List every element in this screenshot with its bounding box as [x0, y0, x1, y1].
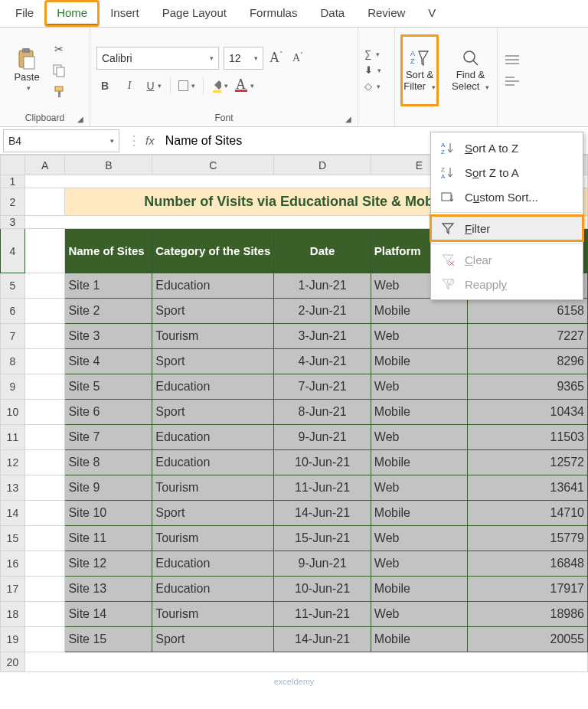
cell-category[interactable]: Tourism: [152, 602, 274, 627]
cell-site[interactable]: Site 7: [65, 425, 152, 450]
cell-category[interactable]: Education: [152, 273, 274, 299]
align-left[interactable]: [504, 51, 521, 68]
cell-site[interactable]: Site 1: [65, 273, 152, 299]
cell-date[interactable]: 9-Jun-21: [274, 551, 371, 577]
tab-review[interactable]: Review: [357, 2, 416, 25]
row-header[interactable]: 15: [1, 526, 25, 551]
cell-value[interactable]: 8296: [468, 349, 588, 374]
cell-value[interactable]: 16848: [468, 551, 588, 577]
row-header[interactable]: 18: [1, 602, 25, 627]
row-header[interactable]: 20: [1, 652, 25, 672]
cell-platform[interactable]: Web: [371, 324, 467, 349]
cell-platform[interactable]: Web: [371, 526, 467, 551]
cell-value[interactable]: 18986: [468, 602, 588, 627]
cell-site[interactable]: Site 6: [65, 400, 152, 425]
cell-site[interactable]: Site 10: [65, 501, 152, 526]
cell-category[interactable]: Education: [152, 577, 274, 602]
cell-site[interactable]: Site 14: [65, 602, 152, 627]
borders-button[interactable]: ▾: [178, 77, 195, 94]
decrease-font-button[interactable]: A˅: [289, 50, 306, 67]
cell-value[interactable]: 10434: [468, 400, 588, 425]
hdr-date[interactable]: Date: [274, 229, 371, 273]
cell-platform[interactable]: Web: [371, 475, 467, 501]
cell-date[interactable]: 3-Jun-21: [274, 324, 371, 349]
cell-category[interactable]: Sport: [152, 349, 274, 374]
cell-platform[interactable]: Web: [371, 602, 467, 627]
cell-value[interactable]: 15779: [468, 526, 588, 551]
find-select-button[interactable]: Find & Select ▾: [450, 35, 491, 106]
cell-site[interactable]: Site 11: [65, 526, 152, 551]
cell-category[interactable]: Education: [152, 374, 274, 400]
menu-sort-za[interactable]: ZA Sort Z to A: [431, 160, 583, 185]
cell-category[interactable]: Sport: [152, 501, 274, 526]
cell-site[interactable]: Site 15: [65, 627, 152, 652]
cell-category[interactable]: Tourism: [152, 324, 274, 349]
hdr-category[interactable]: Category of the Sites: [152, 229, 274, 273]
cell-category[interactable]: Sport: [152, 299, 274, 324]
cell-site[interactable]: Site 3: [65, 324, 152, 349]
cell-date[interactable]: 7-Jun-21: [274, 374, 371, 400]
cell-category[interactable]: Sport: [152, 627, 274, 652]
cell-platform[interactable]: Web: [371, 551, 467, 577]
row-header[interactable]: 1: [1, 175, 25, 188]
tab-file[interactable]: File: [5, 2, 44, 25]
select-all-button[interactable]: [1, 155, 25, 175]
clear-button[interactable]: ◇▾: [364, 80, 381, 92]
cut-button[interactable]: ✂: [51, 41, 67, 57]
cell-site[interactable]: Site 8: [65, 450, 152, 475]
font-size-combo[interactable]: 12▾: [224, 47, 263, 70]
menu-filter[interactable]: Filter: [431, 216, 583, 240]
row-header[interactable]: 19: [1, 627, 25, 652]
cell-value[interactable]: 14710: [468, 501, 588, 526]
cell-value[interactable]: 13641: [468, 475, 588, 501]
cell-platform[interactable]: Mobile: [371, 349, 467, 374]
cell-platform[interactable]: Web: [371, 374, 467, 400]
italic-button[interactable]: I: [121, 77, 138, 94]
cell-date[interactable]: 1-Jun-21: [274, 273, 371, 299]
row-header[interactable]: 14: [1, 501, 25, 526]
col-header-C[interactable]: C: [152, 155, 274, 175]
cell-site[interactable]: Site 2: [65, 299, 152, 324]
formula-bar-expand-icon[interactable]: [132, 132, 141, 150]
increase-font-button[interactable]: A˄: [268, 50, 285, 67]
dialog-launcher-icon[interactable]: ◢: [76, 114, 85, 123]
row-header[interactable]: 2: [1, 188, 25, 216]
cell-value[interactable]: 20055: [468, 627, 588, 652]
row-header[interactable]: 3: [1, 216, 25, 229]
align-bottom[interactable]: [504, 73, 521, 90]
dialog-launcher-icon[interactable]: ◢: [344, 114, 353, 123]
row-header[interactable]: 13: [1, 475, 25, 501]
cell-platform[interactable]: Web: [371, 425, 467, 450]
row-header[interactable]: 9: [1, 374, 25, 400]
cell-category[interactable]: Education: [152, 450, 274, 475]
cell-platform[interactable]: Mobile: [371, 299, 467, 324]
cell-platform[interactable]: Mobile: [371, 577, 467, 602]
hdr-name[interactable]: Name of Sites: [65, 229, 152, 273]
cell-date[interactable]: 10-Jun-21: [274, 450, 371, 475]
row-header[interactable]: 7: [1, 324, 25, 349]
cell-platform[interactable]: Mobile: [371, 400, 467, 425]
copy-button[interactable]: [51, 62, 67, 79]
cell-category[interactable]: Tourism: [152, 526, 274, 551]
fx-icon[interactable]: fx: [145, 134, 162, 147]
row-header[interactable]: 16: [1, 551, 25, 577]
cell-date[interactable]: 2-Jun-21: [274, 299, 371, 324]
row-header[interactable]: 17: [1, 577, 25, 602]
fill-button[interactable]: ⬇▾: [364, 64, 381, 76]
sort-filter-button[interactable]: AZ Sort & Filter ▾: [401, 35, 438, 106]
cell-date[interactable]: 10-Jun-21: [274, 577, 371, 602]
cell-site[interactable]: Site 5: [65, 374, 152, 400]
row-header[interactable]: 10: [1, 400, 25, 425]
cell-category[interactable]: Education: [152, 425, 274, 450]
autosum-button[interactable]: ∑▾: [364, 48, 381, 60]
row-header[interactable]: 6: [1, 299, 25, 324]
col-header-D[interactable]: D: [274, 155, 371, 175]
font-color-button[interactable]: A▾: [236, 77, 253, 94]
cell-date[interactable]: 11-Jun-21: [274, 602, 371, 627]
underline-button[interactable]: U▾: [145, 77, 162, 94]
cell-value[interactable]: 11503: [468, 425, 588, 450]
cell-date[interactable]: 15-Jun-21: [274, 526, 371, 551]
cell-platform[interactable]: Mobile: [371, 501, 467, 526]
menu-sort-az[interactable]: AZ Sort A to Z: [431, 136, 583, 160]
cell-category[interactable]: Tourism: [152, 475, 274, 501]
